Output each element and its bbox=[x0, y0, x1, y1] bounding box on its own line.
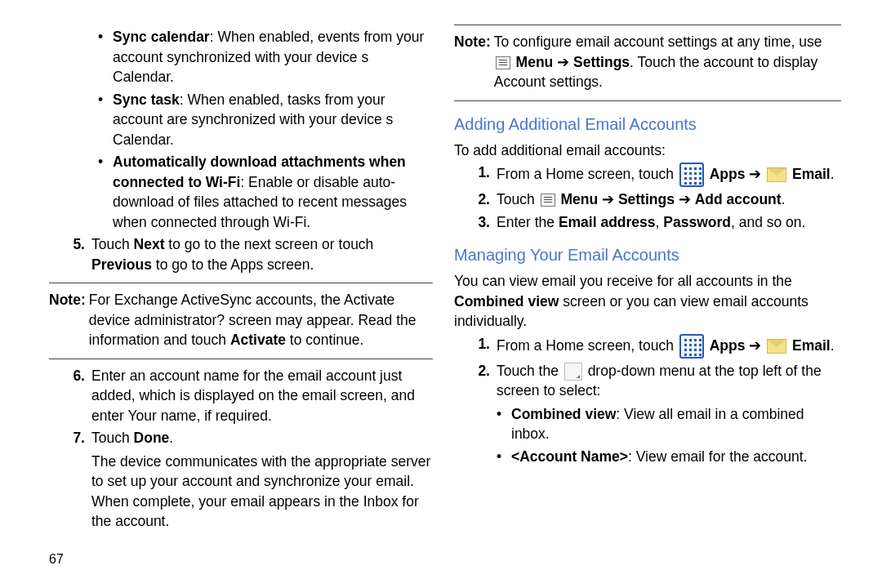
add-step-1: 1. From a Home screen, touch Apps ➔ Emai… bbox=[454, 163, 841, 187]
separator bbox=[49, 359, 433, 359]
text: ➔ bbox=[553, 54, 573, 70]
text: Touch the bbox=[497, 363, 563, 379]
bullet-title: Sync task bbox=[113, 91, 180, 108]
step-number: 1. bbox=[454, 334, 497, 359]
text-bold: Email address bbox=[559, 214, 656, 230]
email-icon bbox=[767, 339, 786, 354]
step-number: 7. bbox=[49, 428, 91, 532]
separator bbox=[49, 283, 433, 283]
text: . bbox=[169, 430, 173, 446]
text: You can view email you receive for all a… bbox=[454, 273, 792, 289]
manage-step-2: 2. Touch the drop-down menu at the top l… bbox=[454, 361, 841, 470]
step-6: 6. Enter an account name for the email a… bbox=[49, 366, 433, 426]
add-step-2: 2. Touch Menu ➔ Settings ➔ Add account. bbox=[454, 189, 841, 210]
dropdown-icon bbox=[564, 363, 582, 381]
menu-icon bbox=[496, 56, 510, 69]
note-configure-settings: Note: To configure email account setting… bbox=[454, 32, 841, 92]
text: ➔ bbox=[745, 336, 765, 353]
text: . bbox=[831, 336, 835, 353]
text: ➔ bbox=[745, 166, 765, 182]
menu-icon bbox=[541, 194, 555, 207]
bullet-dot: • bbox=[497, 404, 511, 444]
heading-adding-accounts: Adding Additional Email Accounts bbox=[454, 113, 841, 136]
bullet-title: Sync calendar bbox=[113, 29, 210, 45]
text-bold: Combined view bbox=[454, 293, 559, 310]
step-number: 3. bbox=[454, 212, 497, 233]
text: To configure email account settings at a… bbox=[494, 33, 822, 50]
text-bold: Settings bbox=[618, 191, 675, 207]
note-activesync: Note: For Exchange ActiveSync accounts, … bbox=[49, 290, 433, 350]
note-label: Note: bbox=[49, 290, 89, 350]
bullet-combined-view: • Combined view: View all email in a com… bbox=[497, 404, 841, 444]
apps-icon bbox=[679, 334, 704, 359]
text: to go to the Apps screen. bbox=[152, 256, 314, 273]
text-bold: Next bbox=[134, 236, 165, 252]
separator bbox=[454, 100, 841, 101]
left-column: • Sync calendar: When enabled, events fr… bbox=[49, 24, 449, 555]
apps-icon bbox=[679, 163, 704, 187]
bullet-text: : View email for the account. bbox=[628, 448, 808, 465]
note-label: Note: bbox=[454, 32, 494, 92]
step-7-followup: The device communicates with the appropr… bbox=[91, 452, 433, 532]
text: ➔ bbox=[675, 191, 695, 207]
text-bold: Email bbox=[792, 166, 831, 182]
heading-managing-accounts: Managing Your Email Accounts bbox=[454, 243, 841, 266]
text: Touch bbox=[497, 191, 539, 207]
text-bold: Add account bbox=[695, 191, 782, 207]
text-bold: Apps bbox=[710, 336, 746, 353]
bullet-title: <Account Name> bbox=[511, 448, 628, 465]
bullet-sync-task: • Sync task: When enabled, tasks from yo… bbox=[98, 90, 433, 150]
text: . bbox=[782, 191, 786, 207]
bullet-dot: • bbox=[98, 90, 113, 150]
bullet-sync-calendar: • Sync calendar: When enabled, events fr… bbox=[98, 27, 433, 87]
text: Touch bbox=[91, 430, 134, 446]
text: From a Home screen, touch bbox=[497, 336, 678, 353]
text-bold: Menu bbox=[516, 54, 554, 70]
text-bold: Password bbox=[663, 214, 731, 230]
email-icon bbox=[767, 167, 786, 182]
text: ➔ bbox=[598, 191, 618, 207]
text: to go to the next screen or touch bbox=[165, 236, 374, 252]
text-bold: Settings bbox=[573, 54, 630, 70]
text: From a Home screen, touch bbox=[497, 166, 678, 182]
text-bold: Menu bbox=[560, 191, 598, 207]
bullet-auto-download: • Automatically download attachments whe… bbox=[98, 152, 433, 232]
step-7: 7. Touch Done. The device communicates w… bbox=[49, 428, 433, 532]
text-bold: Done bbox=[134, 430, 170, 446]
text: . bbox=[831, 166, 835, 182]
page-number: 67 bbox=[49, 552, 64, 567]
bullet-group: • Sync calendar: When enabled, events fr… bbox=[49, 27, 433, 232]
bullet-account-name: • <Account Name>: View email for the acc… bbox=[497, 447, 841, 467]
step-number: 6. bbox=[49, 366, 91, 426]
adding-intro: To add additional email accounts: bbox=[454, 140, 841, 161]
text: Touch bbox=[91, 236, 134, 252]
text: Enter an account name for the email acco… bbox=[91, 366, 433, 426]
bullet-dot: • bbox=[98, 27, 113, 87]
manage-step-1: 1. From a Home screen, touch Apps ➔ Emai… bbox=[454, 334, 841, 359]
text-bold: Email bbox=[792, 336, 831, 353]
step-number: 5. bbox=[49, 234, 91, 274]
step-number: 1. bbox=[454, 163, 497, 187]
text-bold: Activate bbox=[230, 332, 286, 348]
text: Enter the bbox=[497, 214, 559, 230]
bullet-dot: • bbox=[98, 152, 113, 232]
text: , bbox=[656, 214, 664, 230]
text: to continue. bbox=[286, 332, 363, 348]
text-bold: Apps bbox=[710, 166, 746, 182]
separator bbox=[454, 24, 841, 25]
text: , and so on. bbox=[731, 214, 805, 230]
step-number: 2. bbox=[454, 189, 497, 210]
document-page: • Sync calendar: When enabled, events fr… bbox=[0, 0, 882, 588]
step-5: 5. Touch Next to go to the next screen o… bbox=[49, 234, 433, 274]
bullet-dot: • bbox=[497, 447, 511, 467]
add-step-3: 3. Enter the Email address, Password, an… bbox=[454, 212, 841, 233]
step-number: 2. bbox=[454, 361, 497, 470]
bullet-title: Combined view bbox=[511, 406, 616, 422]
managing-intro: You can view email you receive for all a… bbox=[454, 271, 841, 332]
right-column: Note: To configure email account setting… bbox=[449, 24, 849, 555]
text-bold: Previous bbox=[91, 256, 152, 273]
